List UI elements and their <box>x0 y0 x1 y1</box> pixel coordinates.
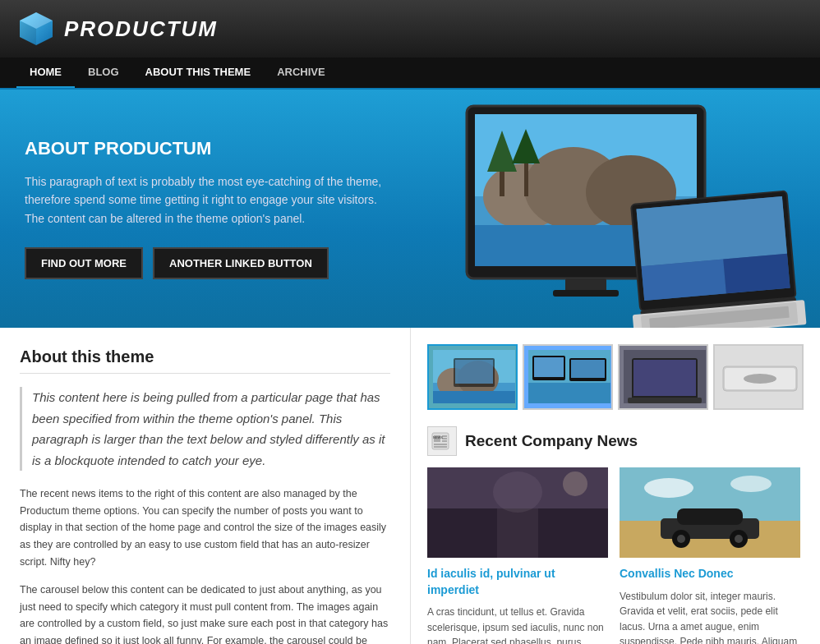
news-icon: NEWS <box>427 426 457 456</box>
svg-rect-31 <box>433 391 515 403</box>
hero-illustration <box>393 90 820 328</box>
hero-section: ABOUT PRODUCTUM This paragraph of text i… <box>0 90 820 328</box>
nav-item-blog[interactable]: BLOG <box>75 58 132 88</box>
thumbnail-3[interactable] <box>618 344 708 410</box>
nav-link-about[interactable]: ABOUT THIS THEME <box>132 58 265 86</box>
nav-link-home[interactable]: HOME <box>16 58 75 88</box>
hero-content: ABOUT PRODUCTUM This paragraph of text i… <box>0 113 419 304</box>
content-para-2: The carousel below this content can be d… <box>20 582 390 644</box>
svg-point-49 <box>744 374 776 384</box>
recent-news-header: NEWS Recent Company News <box>427 426 789 456</box>
section-title: About this theme <box>20 347 390 374</box>
svg-rect-45 <box>628 398 702 403</box>
news-body-1: A cras tincidunt, ut tellus et. Gravida … <box>427 605 608 644</box>
logo-text: PRODUCTUM <box>64 16 218 42</box>
svg-rect-40 <box>571 360 605 378</box>
monitor-svg <box>393 90 820 328</box>
svg-rect-33 <box>455 360 493 384</box>
svg-rect-55 <box>434 444 447 445</box>
svg-rect-70 <box>677 508 743 525</box>
nav-item-archive[interactable]: ARCHIVE <box>264 58 339 88</box>
navigation: HOME BLOG ABOUT THIS THEME ARCHIVE <box>0 58 820 90</box>
nav-link-archive[interactable]: ARCHIVE <box>264 58 339 86</box>
svg-point-63 <box>563 472 587 496</box>
news-card-1: Id iaculis id, pulvinar ut imperdiet A c… <box>427 467 608 644</box>
news-body-2: Vestibulum dolor sit, integer mauris. Gr… <box>620 589 800 644</box>
svg-rect-44 <box>633 360 696 396</box>
main-content: About this theme This content here is be… <box>0 328 820 644</box>
nav-list: HOME BLOG ABOUT THIS THEME ARCHIVE <box>16 58 804 88</box>
svg-rect-16 <box>553 290 619 297</box>
news-grid: Id iaculis id, pulvinar ut imperdiet A c… <box>427 467 789 644</box>
svg-point-74 <box>735 535 743 543</box>
nav-link-blog[interactable]: BLOG <box>75 58 132 86</box>
svg-rect-20 <box>642 259 726 301</box>
thumbnail-row <box>427 344 789 410</box>
logo[interactable]: PRODUCTUM <box>16 9 218 48</box>
another-linked-button[interactable]: ANOTHER LINKED BUTTON <box>153 247 329 279</box>
hero-buttons: FIND OUT MORE ANOTHER LINKED BUTTON <box>25 247 394 279</box>
newspaper-icon: NEWS <box>431 430 454 453</box>
sidebar: NEWS Recent Company News <box>411 328 805 644</box>
svg-point-67 <box>644 478 693 498</box>
thumbnail-1[interactable] <box>427 344 518 410</box>
svg-rect-21 <box>723 254 790 294</box>
svg-rect-56 <box>434 446 447 448</box>
nav-item-home[interactable]: HOME <box>16 58 75 88</box>
news-image-2 <box>620 467 800 558</box>
find-out-more-button[interactable]: FIND OUT MORE <box>25 247 143 279</box>
svg-rect-54 <box>442 440 447 442</box>
svg-rect-15 <box>565 278 606 292</box>
svg-rect-38 <box>534 357 564 377</box>
hero-text: This paragraph of text is probably the m… <box>25 172 394 228</box>
header: PRODUCTUM <box>0 0 820 58</box>
news-link-2[interactable]: Convallis Nec Donec <box>620 566 800 582</box>
news-image-1 <box>427 467 608 558</box>
recent-news-title: Recent Company News <box>465 432 638 450</box>
content-area: About this theme This content here is be… <box>0 328 411 644</box>
content-para-1: The recent news items to the right of th… <box>20 485 390 570</box>
svg-text:NEWS: NEWS <box>433 435 443 439</box>
svg-point-73 <box>677 535 685 543</box>
blockquote-text: This content here is being pulled from a… <box>20 387 390 471</box>
nav-item-about[interactable]: ABOUT THIS THEME <box>132 58 265 88</box>
hero-title: ABOUT PRODUCTUM <box>25 138 394 159</box>
news-card-2: Convallis Nec Donec Vestibulum dolor sit… <box>620 467 800 644</box>
svg-point-68 <box>730 476 772 492</box>
news-link-1[interactable]: Id iaculis id, pulvinar ut imperdiet <box>427 566 608 598</box>
thumbnail-2[interactable] <box>523 344 613 410</box>
svg-rect-61 <box>497 508 538 558</box>
logo-icon <box>16 9 56 48</box>
thumbnail-4[interactable] <box>713 344 804 410</box>
